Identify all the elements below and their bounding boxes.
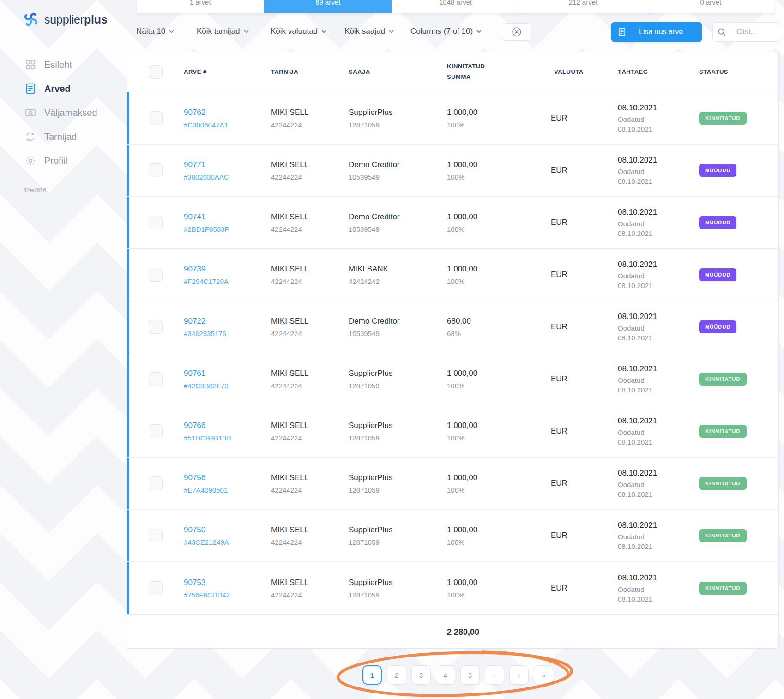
row-checkbox[interactable] — [149, 529, 163, 542]
chevron-down-icon — [476, 30, 482, 33]
page-button-5[interactable]: 5 — [460, 665, 480, 685]
invoice-number-link[interactable]: 90741 — [184, 212, 229, 222]
logo-link[interactable]: supplierplus — [22, 10, 108, 29]
row-checkbox[interactable] — [149, 216, 163, 229]
status-badge: KINNITATUD — [699, 425, 747, 438]
tab-1-arvet[interactable]: 1 arvet — [137, 0, 264, 13]
invoice-ref-link[interactable]: #51DCB9B10D — [184, 434, 231, 442]
page-size-dropdown[interactable]: Näita 10 — [136, 26, 174, 37]
row-checkbox[interactable] — [149, 476, 163, 490]
invoice-ref-link[interactable]: #43CE21249A — [184, 538, 229, 546]
invoice-ref-link[interactable]: #2BD1F8533F — [184, 225, 229, 233]
page-button-2[interactable]: 2 — [387, 665, 406, 685]
supplier-name: MIKI SELL — [271, 473, 308, 482]
sidebar-item-arved[interactable]: Arved — [0, 77, 126, 101]
table-row[interactable]: 90750 #43CE21249A MIKI SELL 42244224 Sup… — [127, 510, 778, 562]
supplier-name: MIKI SELL — [271, 578, 308, 587]
sidebar-item-v-ljamaksed[interactable]: €Väljamaksed — [0, 101, 126, 125]
row-checkbox[interactable] — [149, 581, 163, 595]
table-row[interactable]: 90722 #3462535176 MIKI SELL 42244224 Dem… — [127, 301, 778, 353]
tab-212-arvet[interactable]: 212 arvet — [519, 0, 646, 13]
due-date: 08.10.2021 — [618, 156, 657, 165]
logo-icon — [22, 10, 40, 29]
invoice-number-link[interactable]: 90739 — [184, 265, 229, 274]
row-checkbox[interactable] — [149, 424, 163, 438]
row-accent-bar — [127, 92, 129, 144]
receivers-filter-dropdown[interactable]: Kõik saajad — [344, 26, 394, 37]
tab-0-arvet[interactable]: 0 arvet — [647, 0, 774, 13]
search-input[interactable] — [731, 27, 778, 36]
row-checkbox[interactable] — [149, 111, 163, 125]
row-checkbox[interactable] — [149, 268, 163, 282]
page-button-4[interactable]: 4 — [436, 665, 455, 685]
invoice-number-link[interactable]: 90766 — [184, 421, 231, 430]
invoice-number-link[interactable]: 90761 — [184, 369, 229, 378]
search-icon[interactable] — [713, 23, 731, 41]
sidebar-item-profiil[interactable]: Profiil — [0, 149, 126, 173]
receiver-name: Demo Creditor — [349, 160, 400, 169]
sidebar-item-label: Arved — [44, 84, 71, 94]
due-status: Oodatud — [618, 585, 657, 593]
status-badge: MÜÜDUD — [699, 268, 736, 281]
status-badge: KINNITATUD — [699, 373, 747, 386]
row-accent-bar — [127, 458, 129, 509]
row-checkbox[interactable] — [149, 163, 163, 177]
receiver-name: SupplierPlus — [349, 525, 392, 535]
page-button-ellipsis[interactable]: ... — [485, 665, 504, 685]
invoice-number-link[interactable]: 90722 — [184, 317, 226, 326]
select-all-checkbox[interactable] — [149, 65, 163, 79]
suppliers-filter-dropdown[interactable]: Kõik tarnijad — [197, 26, 249, 37]
supplier-code: 42244224 — [271, 538, 308, 546]
receiver-name: SupplierPlus — [349, 421, 392, 430]
invoice-number-link[interactable]: 90753 — [184, 578, 230, 587]
invoice-ref-link[interactable]: #E7A4090501 — [184, 486, 228, 494]
table-row[interactable]: 90771 #3802030AAC MIKI SELL 42244224 Dem… — [127, 145, 778, 197]
sidebar-item-esileht[interactable]: Esileht — [0, 53, 126, 77]
invoice-ref-link[interactable]: #42C0B82F73 — [184, 382, 229, 390]
tab-1048-arvet[interactable]: 1048 arvet — [392, 0, 519, 13]
row-checkbox[interactable] — [149, 372, 163, 386]
due-status: Oodatud — [618, 220, 657, 228]
table-row[interactable]: 90762 #C3006047A1 MIKI SELL 42244224 Sup… — [127, 92, 778, 145]
page-button-3[interactable]: 3 — [411, 665, 431, 685]
columns-dropdown[interactable]: Columns (7 of 10) — [410, 26, 482, 37]
row-accent-bar — [127, 562, 129, 614]
receiver-code: 10539549 — [349, 330, 400, 337]
approved-amount: 1 000,00 — [447, 265, 477, 274]
table-row[interactable]: 90753 #756F6CDD42 MIKI SELL 42244224 Sup… — [127, 562, 778, 614]
due-date-secondary: 08.10.2021 — [618, 438, 657, 446]
page-button-1[interactable]: 1 — [362, 665, 382, 685]
invoice-ref-link[interactable]: #3802030AAC — [184, 173, 229, 181]
chevron-down-icon — [321, 30, 326, 33]
invoice-ref-link[interactable]: #3462535176 — [184, 330, 226, 337]
page-button-last[interactable]: » — [534, 665, 553, 685]
sidebar-item-tarnijad[interactable]: Tarnijad — [0, 125, 126, 149]
add-invoice-button[interactable]: Lisa uus arve — [611, 22, 702, 42]
invoice-number-link[interactable]: 90756 — [184, 473, 228, 482]
supplier-code: 42244224 — [271, 434, 308, 442]
currency-value: EUR — [551, 166, 567, 175]
invoice-number-link[interactable]: 90750 — [184, 525, 229, 535]
tab-69-arvet[interactable]: 69 arvet — [264, 0, 391, 13]
invoice-ref-link[interactable]: #756F6CDD42 — [184, 591, 230, 598]
table-row[interactable]: 90741 #2BD1F8533F MIKI SELL 42244224 Dem… — [127, 197, 778, 249]
invoice-number-link[interactable]: 90762 — [184, 108, 228, 117]
app-root: supplierplus EsilehtArved€VäljamaksedTar… — [0, 0, 784, 699]
table-row[interactable]: 90739 #F294C1720A MIKI SELL 42244224 MIK… — [127, 249, 778, 301]
invoice-ref-link[interactable]: #F294C1720A — [184, 277, 229, 285]
clear-filters-button[interactable] — [502, 23, 531, 41]
invoice-number-link[interactable]: 90771 — [184, 160, 229, 169]
col-header-invoice: ARVE # — [184, 67, 207, 78]
table-row[interactable]: 90761 #42C0B82F73 MIKI SELL 42244224 Sup… — [127, 353, 778, 405]
approved-percent: 100% — [447, 434, 477, 442]
invoice-ref-link[interactable]: #C3006047A1 — [184, 121, 228, 129]
table-row[interactable]: 90756 #E7A4090501 MIKI SELL 42244224 Sup… — [127, 458, 778, 510]
chevron-down-icon — [244, 30, 249, 33]
row-checkbox[interactable] — [149, 320, 163, 334]
page-size-label: Näita 10 — [136, 27, 165, 36]
page-button-next[interactable]: › — [509, 665, 529, 685]
row-accent-bar — [127, 353, 129, 405]
table-row[interactable]: 90766 #51DCB9B10D MIKI SELL 42244224 Sup… — [127, 405, 778, 458]
currencies-filter-dropdown[interactable]: Kõik valuutad — [271, 26, 326, 37]
due-date-secondary: 08.10.2021 — [618, 490, 657, 498]
